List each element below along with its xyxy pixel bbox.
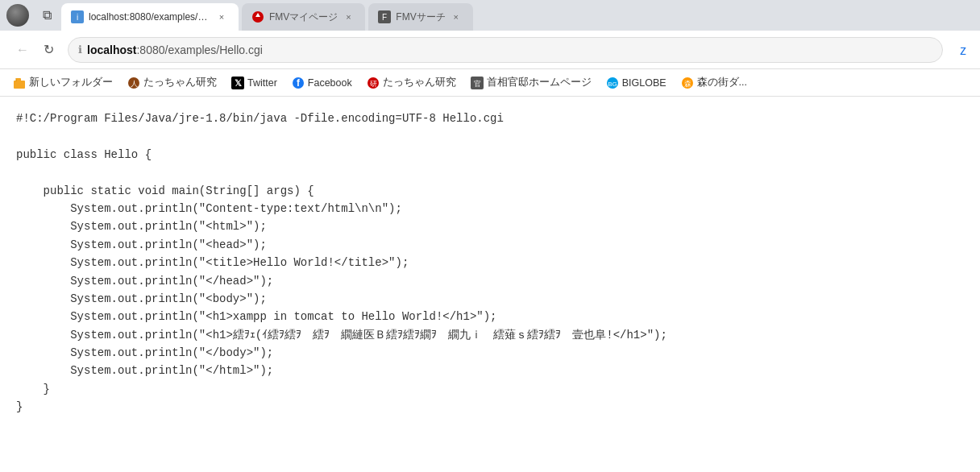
tab-close-tab2[interactable]: ×: [341, 10, 355, 24]
svg-text:人: 人: [131, 80, 138, 88]
url-host: localhost: [87, 43, 136, 56]
bookmark-icon-bm2: 人: [127, 77, 140, 89]
svg-text:研: 研: [369, 80, 376, 88]
bookmark-bm7[interactable]: BGBIGLOBE: [600, 73, 673, 93]
bookmark-icon-bm7: BG: [606, 77, 619, 89]
code-line: System.out.println("Content-type:text/ht…: [16, 200, 964, 217]
bookmark-bm2[interactable]: 人たっちゃん研究: [121, 72, 223, 93]
avatar: [6, 4, 29, 27]
bookmark-label-bm6: 首相官邸ホームページ: [487, 76, 592, 89]
url-text: localhost:8080/examples/Hello.cgi: [87, 43, 932, 56]
bookmark-icon-bm1: [13, 77, 26, 89]
code-line: System.out.println("<html>");: [16, 217, 964, 235]
bookmark-icon-bm4: f: [292, 77, 305, 89]
bookmark-bm6[interactable]: 官首相官邸ホームページ: [464, 72, 598, 93]
code-line: public class Hello {: [16, 146, 964, 164]
svg-rect-6: [16, 78, 21, 81]
back-button[interactable]: ←: [10, 37, 35, 63]
bookmark-label-bm2: たっちゃん研究: [143, 76, 217, 89]
new-tab-button[interactable]: ⧉: [35, 4, 58, 27]
bookmark-bm4[interactable]: fFacebook: [285, 73, 359, 93]
code-line: #!C:/Program Files/Java/jre-1.8/bin/java…: [16, 110, 964, 127]
svg-text:BG: BG: [608, 81, 617, 88]
code-line: System.out.println("<h1>xampp in tomcat …: [16, 308, 964, 325]
extension-button[interactable]: ｚ: [956, 40, 970, 60]
bookmark-label-bm3: Twitter: [247, 77, 277, 89]
svg-text:森: 森: [683, 80, 691, 88]
code-line: }: [16, 398, 964, 416]
tab-title-tab3: FMVサーチ: [396, 10, 445, 24]
title-bar: ⧉ ilocalhost:8080/examples/Hello.c...×FM…: [0, 0, 980, 31]
address-bar: ← ↻ ℹ localhost:8080/examples/Hello.cgi …: [0, 31, 980, 69]
tab-tab2[interactable]: FMVマイページ×: [242, 3, 365, 31]
code-line: System.out.println("</head>");: [16, 272, 964, 290]
bookmark-label-bm7: BIGLOBE: [622, 77, 666, 89]
svg-text:𝕏: 𝕏: [235, 78, 242, 88]
tab-close-tab1[interactable]: ×: [214, 10, 229, 24]
bookmark-icon-bm6: 官: [471, 77, 484, 89]
code-line: System.out.println("<body>");: [16, 290, 964, 308]
url-path: :8080/examples/Hello.cgi: [136, 43, 262, 56]
code-line: public static void main(String[] args) {: [16, 182, 964, 200]
tab-title-tab1: localhost:8080/examples/Hello.c...: [89, 11, 211, 23]
svg-text:F: F: [382, 13, 387, 22]
tab-favicon-tab1: i: [71, 10, 84, 23]
svg-text:官: 官: [473, 80, 480, 88]
code-line: System.out.println("<title>Hello World!<…: [16, 254, 964, 271]
bookmark-label-bm8: 森の街ダ...: [697, 76, 747, 89]
svg-text:i: i: [77, 13, 78, 22]
tab-favicon-tab2: [251, 10, 264, 23]
tab-title-tab2: FMVマイページ: [269, 10, 338, 24]
bookmark-icon-bm5: 研: [367, 77, 380, 89]
info-icon: ℹ: [78, 43, 82, 56]
code-line: [16, 127, 964, 145]
tab-tab3[interactable]: FFMVサーチ×: [368, 3, 472, 31]
svg-rect-5: [14, 81, 25, 89]
code-line: System.out.println("</body>");: [16, 344, 964, 362]
tab-tab1[interactable]: ilocalhost:8080/examples/Hello.c...×: [61, 3, 239, 31]
bookmark-label-bm4: Facebook: [308, 77, 352, 89]
code-line: System.out.println("<head>");: [16, 236, 964, 254]
tab-favicon-tab3: F: [378, 10, 391, 23]
bookmark-label-bm1: 新しいフォルダー: [29, 76, 113, 89]
bookmark-icon-bm8: 森: [681, 77, 694, 89]
bookmark-bm1[interactable]: 新しいフォルダー: [6, 72, 119, 93]
bookmark-bm8[interactable]: 森森の街ダ...: [675, 72, 754, 93]
code-line: System.out.println("<h1>繧ｦｪ(ｲ繧ｦ繧ｦ 繧ｦ 繝縺医…: [16, 326, 964, 344]
main-content: #!C:/Program Files/Java/jre-1.8/bin/java…: [0, 97, 980, 472]
bookmark-bm3[interactable]: 𝕏Twitter: [225, 73, 284, 93]
bookmark-icon-bm3: 𝕏: [231, 77, 244, 89]
refresh-button[interactable]: ↻: [35, 37, 61, 63]
tabs-container: ilocalhost:8080/examples/Hello.c...×FMVマ…: [61, 0, 974, 31]
bookmark-label-bm5: たっちゃん研究: [383, 76, 456, 89]
bookmarks-bar: 新しいフォルダー人たっちゃん研究𝕏TwitterfFacebook研たっちゃん研…: [0, 69, 980, 97]
code-line: System.out.println("</html>");: [16, 362, 964, 379]
url-bar[interactable]: ℹ localhost:8080/examples/Hello.cgi: [68, 37, 943, 63]
code-line: [16, 164, 964, 181]
code-line: }: [16, 380, 964, 398]
tab-close-tab3[interactable]: ×: [449, 10, 463, 24]
bookmark-bm5[interactable]: 研たっちゃん研究: [360, 72, 463, 93]
